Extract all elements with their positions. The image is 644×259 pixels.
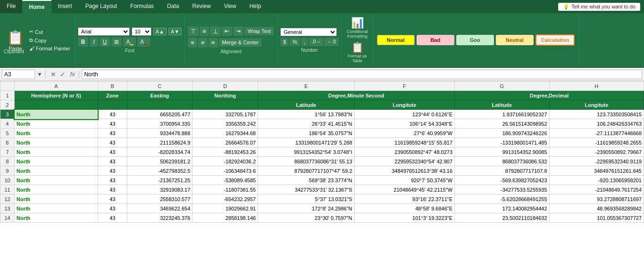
cell-reference-box[interactable]	[2, 70, 35, 79]
tab-data[interactable]: Data	[160, 0, 185, 13]
indent-increase-button[interactable]: ⇥	[233, 26, 243, 36]
cell-r3-c0[interactable]: North	[15, 110, 98, 119]
tell-me-bar[interactable]: 💡 Tell me what you want to do	[558, 3, 640, 11]
cell-r5-c4[interactable]: 186°54' 35.0757"N	[258, 129, 354, 138]
cell-r11-c7[interactable]: -21048649.7617254	[549, 185, 644, 194]
cell-r7-c3[interactable]: -88192453.26	[192, 147, 258, 157]
insert-function-icon[interactable]: fx	[67, 70, 78, 78]
cell-r14-c0[interactable]: North	[15, 213, 98, 223]
cell-r11-c5[interactable]: 21048649°45' 42.2115"W	[354, 185, 455, 194]
cell-r10-c1[interactable]: 43	[98, 176, 127, 185]
align-right-button[interactable]: ≡	[209, 38, 218, 48]
cell-r9-c4[interactable]: 8792807717107°47' 59.2	[258, 166, 354, 176]
tab-view[interactable]: View	[217, 0, 243, 13]
cell-r8-c7[interactable]: -22959532340.9119	[549, 157, 644, 166]
cell-r12-c6[interactable]: -5.62028668491255	[455, 194, 549, 204]
format-painter-button[interactable]: 🖌 Format Painter	[28, 45, 72, 52]
col-header-A[interactable]: A	[15, 81, 98, 91]
cell-r4-c2[interactable]: 3700954.335	[127, 119, 192, 129]
cell-r10-c2[interactable]: -21367251.25	[127, 176, 192, 185]
cell-r3-c7[interactable]: 123.733503508415	[549, 110, 644, 119]
cell-r8-c3[interactable]: -182924036.2	[192, 157, 258, 166]
cell-r8-c6[interactable]: 868037736086.532	[455, 157, 549, 166]
cell-r6-c1[interactable]: 43	[98, 138, 127, 147]
cell-r6-c0[interactable]: North	[15, 138, 98, 147]
cell-r13-c5[interactable]: 48°58' 9.6846"E	[354, 204, 455, 213]
col-header-G[interactable]: G	[455, 81, 549, 91]
cell-r14-c5[interactable]: 101°3' 19.3223"E	[354, 213, 455, 223]
cell-r9-c0[interactable]: North	[15, 166, 98, 176]
tab-formulas[interactable]: Formulas	[124, 0, 160, 13]
tab-review[interactable]: Review	[185, 0, 217, 13]
cell-r3-c1[interactable]: 43	[98, 110, 127, 119]
cell-r10-c7[interactable]: -920.13065958201	[549, 176, 644, 185]
cell-r10-c0[interactable]: North	[15, 176, 98, 185]
cell-r8-c1[interactable]: 43	[98, 157, 127, 166]
cell-r10-c5[interactable]: 920°7' 50.3745"W	[354, 176, 455, 185]
cell-r14-c2[interactable]: 3223245.376	[127, 213, 192, 223]
font-family-select[interactable]: Arial	[78, 27, 130, 36]
cell-r13-c7[interactable]: 48.9693568289842	[549, 204, 644, 213]
conditional-formatting-button[interactable]: 📊 ConditionalFormatting	[345, 16, 370, 40]
cell-r4-c1[interactable]: 43	[98, 119, 127, 129]
cell-r7-c4[interactable]: 9913154352°54' 3.0748"I	[258, 147, 354, 157]
cell-r9-c7[interactable]: 3484976151261.645	[549, 166, 644, 176]
cell-r5-c2[interactable]: 9334478.888	[127, 129, 192, 138]
cell-r11-c0[interactable]: North	[15, 185, 98, 194]
merge-center-button[interactable]: Merge & Center	[219, 38, 262, 47]
cell-r11-c6[interactable]: -34277533.5255935	[455, 185, 549, 194]
cell-r12-c3[interactable]: -654232.2957	[192, 194, 258, 204]
col-header-H[interactable]: H	[549, 81, 644, 91]
cell-r9-c6[interactable]: 8792807717107.8	[455, 166, 549, 176]
align-top-button[interactable]: ⊤	[188, 26, 199, 36]
font-increase-button[interactable]: A▲	[153, 28, 167, 35]
cell-r6-c4[interactable]: 133198001471'29' 5.288	[258, 138, 354, 147]
align-left-button[interactable]: ≡	[188, 38, 197, 48]
confirm-formula-icon[interactable]: ✓	[58, 70, 67, 79]
cell-r7-c7[interactable]: -2390550892.79667	[549, 147, 644, 157]
align-bottom-button[interactable]: ⊥	[210, 26, 221, 36]
cell-r9-c5[interactable]: 3484976512613°38' 43.16	[354, 166, 455, 176]
cell-r14-c4[interactable]: 23°30' 0.7597"N	[258, 213, 354, 223]
indent-decrease-button[interactable]: ⇤	[222, 26, 232, 36]
cell-r13-c1[interactable]: 43	[98, 204, 127, 213]
cell-r3-c5[interactable]: 123°44' 0.6126"E	[354, 110, 455, 119]
cell-r12-c2[interactable]: 2558310.577	[127, 194, 192, 204]
cell-r14-c3[interactable]: 2858198.146	[192, 213, 258, 223]
style-neutral-button[interactable]: Neutral	[496, 35, 534, 45]
cut-button[interactable]: ✂ Cut	[28, 28, 72, 35]
border-button[interactable]: ⊞	[111, 37, 122, 47]
cell-r9-c2[interactable]: -452798352.5	[127, 166, 192, 176]
align-center-button[interactable]: ≡	[198, 38, 208, 48]
wrap-text-button[interactable]: Wrap Text	[244, 27, 274, 35]
cell-r5-c5[interactable]: 27°6' 40.9959"W	[354, 129, 455, 138]
cell-r11-c3[interactable]: -11807381.55	[192, 185, 258, 194]
col-header-C[interactable]: C	[127, 81, 192, 91]
cell-r11-c1[interactable]: 43	[98, 185, 127, 194]
cell-r10-c4[interactable]: 569°38' 23.3774"N	[258, 176, 354, 185]
cell-r8-c0[interactable]: North	[15, 157, 98, 166]
cell-r10-c6[interactable]: -569.639827052423	[455, 176, 549, 185]
cell-r4-c4[interactable]: 26°33' 41.4515"N	[258, 119, 354, 129]
currency-button[interactable]: $	[280, 38, 289, 46]
cell-r3-c2[interactable]: 6655205.477	[127, 110, 192, 119]
cell-r6-c5[interactable]: 11619859248°15' 55.817	[354, 138, 455, 147]
cell-r6-c3[interactable]: 26664576.07	[192, 138, 258, 147]
font-color-button[interactable]: A_	[137, 37, 150, 47]
cell-r6-c2[interactable]: 211158624.9	[127, 138, 192, 147]
cell-r4-c3[interactable]: 3356359.242	[192, 119, 258, 129]
cell-r12-c7[interactable]: 93.2728808711697	[549, 194, 644, 204]
cell-r9-c1[interactable]: 43	[98, 166, 127, 176]
cell-r9-c3[interactable]: -106348473.6	[192, 166, 258, 176]
cell-r14-c1[interactable]: 43	[98, 213, 127, 223]
cell-ref-expander-icon[interactable]: ▼	[37, 71, 42, 78]
fill-color-button[interactable]: A_	[123, 37, 136, 47]
copy-button[interactable]: ⧉ Copy	[28, 37, 72, 44]
percent-button[interactable]: %	[290, 38, 300, 46]
format-as-table-button[interactable]: 📋 Format asTable	[346, 40, 369, 64]
cell-r4-c0[interactable]: North	[15, 119, 98, 129]
cell-r12-c0[interactable]: North	[15, 194, 98, 204]
cell-r8-c2[interactable]: 506239181.2	[127, 157, 192, 166]
cell-r7-c2[interactable]: -82028334.74	[127, 147, 192, 157]
style-calculation-button[interactable]: Calculation	[535, 34, 575, 46]
